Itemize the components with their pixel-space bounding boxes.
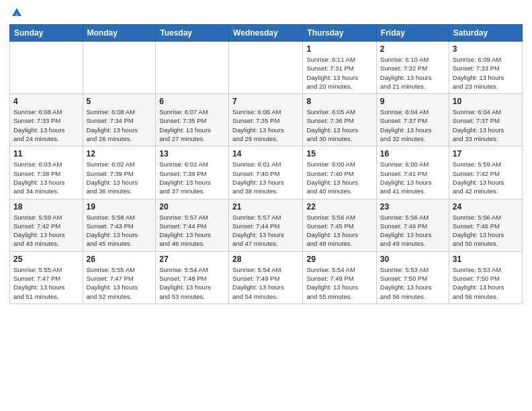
day-header-wednesday: Wednesday	[229, 25, 303, 42]
main-container: SundayMondayTuesdayWednesdayThursdayFrid…	[0, 0, 532, 310]
calendar-cell: 14Sunrise: 6:01 AMSunset: 7:40 PMDayligh…	[229, 146, 303, 199]
calendar-cell: 23Sunrise: 5:56 AMSunset: 7:46 PMDayligh…	[376, 199, 449, 251]
day-info: Sunrise: 6:01 AMSunset: 7:40 PMDaylight:…	[232, 160, 299, 195]
day-number: 3	[453, 44, 519, 54]
header	[9, 7, 523, 19]
day-number: 17	[453, 149, 519, 158]
day-info: Sunrise: 5:58 AMSunset: 7:43 PMDaylight:…	[87, 213, 152, 248]
day-number: 4	[13, 97, 79, 106]
calendar-cell: 21Sunrise: 5:57 AMSunset: 7:44 PMDayligh…	[229, 199, 303, 251]
day-info: Sunrise: 5:57 AMSunset: 7:44 PMDaylight:…	[232, 213, 299, 248]
calendar-cell: 16Sunrise: 6:00 AMSunset: 7:41 PMDayligh…	[376, 146, 449, 199]
calendar-table: SundayMondayTuesdayWednesdayThursdayFrid…	[9, 24, 523, 304]
calendar-cell: 11Sunrise: 6:03 AMSunset: 7:38 PMDayligh…	[10, 146, 83, 199]
calendar-cell: 24Sunrise: 5:56 AMSunset: 7:46 PMDayligh…	[449, 199, 522, 251]
day-number: 31	[453, 255, 519, 264]
day-number: 13	[159, 149, 225, 158]
calendar-cell: 27Sunrise: 5:54 AMSunset: 7:48 PMDayligh…	[156, 251, 229, 304]
calendar-cell: 8Sunrise: 6:05 AMSunset: 7:36 PMDaylight…	[303, 94, 376, 146]
day-number: 22	[306, 202, 372, 212]
day-number: 15	[306, 149, 372, 158]
calendar-cell: 7Sunrise: 6:06 AMSunset: 7:35 PMDaylight…	[229, 94, 303, 146]
day-info: Sunrise: 5:59 AMSunset: 7:42 PMDaylight:…	[453, 160, 519, 195]
calendar-cell: 19Sunrise: 5:58 AMSunset: 7:43 PMDayligh…	[83, 199, 156, 251]
calendar-cell	[10, 42, 83, 94]
day-info: Sunrise: 6:00 AMSunset: 7:40 PMDaylight:…	[306, 160, 372, 195]
day-info: Sunrise: 6:03 AMSunset: 7:38 PMDaylight:…	[13, 160, 79, 195]
calendar-week-2: 4Sunrise: 6:08 AMSunset: 7:33 PMDaylight…	[10, 94, 523, 146]
day-info: Sunrise: 5:59 AMSunset: 7:42 PMDaylight:…	[13, 213, 79, 248]
day-number: 18	[13, 202, 79, 212]
day-number: 10	[453, 97, 519, 106]
day-info: Sunrise: 5:54 AMSunset: 7:49 PMDaylight:…	[232, 265, 299, 301]
calendar-cell: 1Sunrise: 6:11 AMSunset: 7:31 PMDaylight…	[303, 42, 376, 94]
day-number: 29	[306, 255, 372, 264]
calendar-cell: 18Sunrise: 5:59 AMSunset: 7:42 PMDayligh…	[10, 199, 83, 251]
calendar-cell: 3Sunrise: 6:09 AMSunset: 7:33 PMDaylight…	[449, 42, 522, 94]
day-info: Sunrise: 5:55 AMSunset: 7:47 PMDaylight:…	[87, 265, 152, 301]
day-info: Sunrise: 5:56 AMSunset: 7:46 PMDaylight:…	[453, 213, 519, 248]
day-number: 7	[232, 97, 299, 106]
day-info: Sunrise: 6:06 AMSunset: 7:35 PMDaylight:…	[232, 107, 299, 143]
calendar-cell: 28Sunrise: 5:54 AMSunset: 7:49 PMDayligh…	[229, 251, 303, 304]
day-number: 6	[159, 97, 225, 106]
calendar-cell: 5Sunrise: 6:08 AMSunset: 7:34 PMDaylight…	[83, 94, 156, 146]
calendar-cell: 4Sunrise: 6:08 AMSunset: 7:33 PMDaylight…	[10, 94, 83, 146]
day-header-sunday: Sunday	[10, 25, 83, 42]
day-header-tuesday: Tuesday	[156, 25, 229, 42]
day-header-friday: Friday	[376, 25, 449, 42]
day-header-thursday: Thursday	[303, 25, 376, 42]
day-info: Sunrise: 6:05 AMSunset: 7:36 PMDaylight:…	[306, 107, 372, 143]
day-info: Sunrise: 6:04 AMSunset: 7:37 PMDaylight:…	[453, 107, 519, 143]
day-info: Sunrise: 5:56 AMSunset: 7:45 PMDaylight:…	[306, 213, 372, 248]
day-number: 12	[87, 149, 152, 158]
day-number: 11	[13, 149, 79, 158]
day-number: 20	[159, 202, 225, 212]
logo-icon	[11, 7, 23, 19]
calendar-cell: 10Sunrise: 6:04 AMSunset: 7:37 PMDayligh…	[449, 94, 522, 146]
calendar-week-1: 1Sunrise: 6:11 AMSunset: 7:31 PMDaylight…	[10, 42, 523, 94]
day-info: Sunrise: 6:08 AMSunset: 7:33 PMDaylight:…	[13, 107, 79, 143]
day-number: 19	[87, 202, 152, 212]
calendar-cell: 13Sunrise: 6:02 AMSunset: 7:39 PMDayligh…	[156, 146, 229, 199]
calendar-week-4: 18Sunrise: 5:59 AMSunset: 7:42 PMDayligh…	[10, 199, 523, 251]
day-info: Sunrise: 6:04 AMSunset: 7:37 PMDaylight:…	[380, 107, 445, 143]
calendar-cell: 2Sunrise: 6:10 AMSunset: 7:32 PMDaylight…	[376, 42, 449, 94]
day-number: 23	[380, 202, 445, 212]
day-number: 14	[232, 149, 299, 158]
day-info: Sunrise: 5:57 AMSunset: 7:44 PMDaylight:…	[159, 213, 225, 248]
calendar-week-5: 25Sunrise: 5:55 AMSunset: 7:47 PMDayligh…	[10, 251, 523, 304]
day-header-monday: Monday	[83, 25, 156, 42]
day-number: 27	[159, 255, 225, 264]
calendar-cell: 17Sunrise: 5:59 AMSunset: 7:42 PMDayligh…	[449, 146, 522, 199]
day-header-saturday: Saturday	[449, 25, 522, 42]
day-info: Sunrise: 5:53 AMSunset: 7:50 PMDaylight:…	[453, 265, 519, 301]
calendar-cell: 26Sunrise: 5:55 AMSunset: 7:47 PMDayligh…	[83, 251, 156, 304]
calendar-cell: 31Sunrise: 5:53 AMSunset: 7:50 PMDayligh…	[449, 251, 522, 304]
day-number: 24	[453, 202, 519, 212]
day-number: 1	[306, 44, 372, 54]
calendar-cell	[156, 42, 229, 94]
day-info: Sunrise: 5:55 AMSunset: 7:47 PMDaylight:…	[13, 265, 79, 301]
day-number: 8	[306, 97, 372, 106]
calendar-body: 1Sunrise: 6:11 AMSunset: 7:31 PMDaylight…	[10, 42, 523, 304]
calendar-cell: 25Sunrise: 5:55 AMSunset: 7:47 PMDayligh…	[10, 251, 83, 304]
calendar-cell: 20Sunrise: 5:57 AMSunset: 7:44 PMDayligh…	[156, 199, 229, 251]
day-info: Sunrise: 6:11 AMSunset: 7:31 PMDaylight:…	[306, 55, 372, 91]
day-info: Sunrise: 6:02 AMSunset: 7:39 PMDaylight:…	[159, 160, 225, 195]
day-number: 25	[13, 255, 79, 264]
calendar-header: SundayMondayTuesdayWednesdayThursdayFrid…	[10, 25, 523, 42]
calendar-cell: 15Sunrise: 6:00 AMSunset: 7:40 PMDayligh…	[303, 146, 376, 199]
day-number: 21	[232, 202, 299, 212]
day-number: 16	[380, 149, 445, 158]
calendar-cell: 6Sunrise: 6:07 AMSunset: 7:35 PMDaylight…	[156, 94, 229, 146]
day-info: Sunrise: 6:08 AMSunset: 7:34 PMDaylight:…	[87, 107, 152, 143]
calendar-cell: 9Sunrise: 6:04 AMSunset: 7:37 PMDaylight…	[376, 94, 449, 146]
calendar-cell: 22Sunrise: 5:56 AMSunset: 7:45 PMDayligh…	[303, 199, 376, 251]
day-info: Sunrise: 5:54 AMSunset: 7:49 PMDaylight:…	[306, 265, 372, 301]
calendar-cell: 29Sunrise: 5:54 AMSunset: 7:49 PMDayligh…	[303, 251, 376, 304]
calendar-cell: 30Sunrise: 5:53 AMSunset: 7:50 PMDayligh…	[376, 251, 449, 304]
day-number: 9	[380, 97, 445, 106]
calendar-cell: 12Sunrise: 6:02 AMSunset: 7:39 PMDayligh…	[83, 146, 156, 199]
day-info: Sunrise: 5:53 AMSunset: 7:50 PMDaylight:…	[380, 265, 445, 301]
